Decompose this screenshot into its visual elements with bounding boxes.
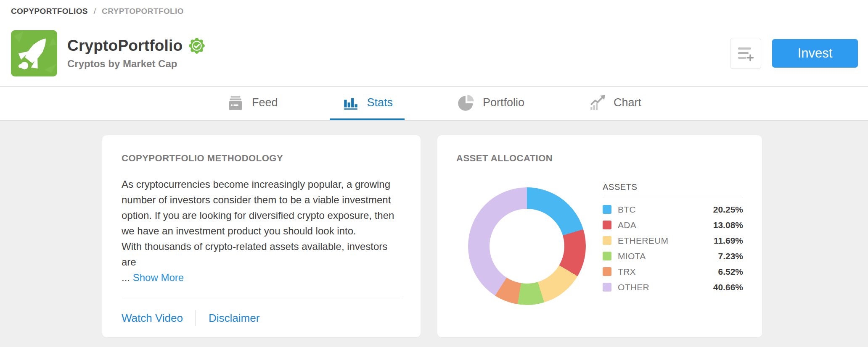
legend-row-ethereum: ETHEREUM 11.69% [603, 233, 743, 248]
btc-swatch [603, 205, 611, 214]
breadcrumb-current: CRYPTOPORTFOLIO [102, 7, 184, 16]
trx-value: 6.52% [718, 267, 743, 277]
tab-stats-label: Stats [367, 96, 393, 109]
stats-content: COPYPORTFOLIO METHODOLOGY As cryptocurre… [0, 121, 868, 347]
other-label: OTHER [618, 282, 713, 292]
btc-label: BTC [618, 205, 713, 215]
asset-allocation-card: ASSET ALLOCATION ASSETS BTC 20.25% [437, 135, 762, 337]
tab-chart[interactable]: Chart [577, 87, 653, 120]
page-title: CryptoPortfolio [67, 37, 183, 55]
breadcrumb-copyportfolios-link[interactable]: COPYPORTFOLIOS [11, 7, 88, 16]
legend-row-trx: TRX 6.52% [603, 264, 743, 279]
ethereum-label: ETHEREUM [618, 236, 714, 246]
allocation-body: ASSETS BTC 20.25% ADA 13.08% [456, 183, 743, 305]
chart-icon [588, 94, 606, 112]
add-to-list-icon [736, 44, 755, 63]
ada-label: ADA [618, 220, 713, 230]
tab-bar: Feed Stats Portfolio [0, 87, 868, 121]
rocket-icon: B [11, 30, 57, 76]
assets-legend: ASSETS BTC 20.25% ADA 13.08% [603, 182, 743, 305]
donut-hole [490, 209, 564, 284]
portfolio-logo: B [11, 30, 57, 76]
miota-label: MIOTA [618, 251, 718, 261]
invest-button[interactable]: Invest [772, 39, 858, 68]
trx-label: TRX [618, 267, 718, 277]
ada-swatch [603, 221, 611, 229]
portfolio-titles: CryptoPortfolio Cryptos by Market [67, 37, 205, 70]
methodology-card: COPYPORTFOLIO METHODOLOGY As cryptocurre… [102, 135, 421, 337]
methodology-heading: COPYPORTFOLIO METHODOLOGY [122, 153, 403, 164]
header: COPYPORTFOLIOS / CRYPTOPORTFOLIO B [0, 0, 868, 87]
miota-swatch [603, 252, 611, 260]
portfolio-header-row: B CryptoPortfolio [11, 30, 858, 76]
other-value: 40.66% [713, 282, 743, 292]
copyportfolio-page: COPYPORTFOLIOS / CRYPTOPORTFOLIO B [0, 0, 868, 347]
tab-chart-label: Chart [614, 96, 641, 109]
card-divider [122, 298, 403, 298]
methodology-paragraph-1: As cryptocurrencies become increasingly … [122, 176, 403, 239]
tab-feed-label: Feed [252, 96, 278, 109]
methodology-paragraph-2: With thousands of crypto-related assets … [122, 239, 403, 270]
trx-swatch [603, 267, 611, 276]
btc-value: 20.25% [713, 205, 743, 215]
page-subtitle: Cryptos by Market Cap [67, 58, 205, 70]
portfolio-icon [457, 94, 475, 112]
watch-video-link[interactable]: Watch Video [122, 312, 183, 325]
ethereum-value: 11.69% [714, 236, 743, 246]
stats-icon [341, 94, 359, 112]
ethereum-swatch [603, 236, 611, 245]
miota-value: 7.23% [718, 251, 743, 261]
tab-feed[interactable]: Feed [215, 87, 290, 120]
header-actions: Invest [730, 38, 858, 69]
methodology-text: As cryptocurrencies become increasingly … [122, 176, 403, 285]
asset-allocation-donut-chart [468, 187, 586, 305]
link-divider [196, 310, 196, 326]
legend-row-other: OTHER 40.66% [603, 279, 743, 295]
add-to-watchlist-button[interactable] [730, 38, 761, 69]
verified-badge-icon [188, 37, 205, 54]
disclaimer-link[interactable]: Disclaimer [209, 312, 259, 325]
ada-value: 13.08% [713, 220, 743, 230]
methodology-links: Watch Video Disclaimer [122, 310, 403, 326]
legend-row-ada: ADA 13.08% [603, 217, 743, 233]
tab-portfolio[interactable]: Portfolio [445, 87, 536, 120]
legend-header: ASSETS [603, 182, 743, 198]
show-more-link[interactable]: Show More [133, 272, 184, 283]
legend-row-miota: MIOTA 7.23% [603, 248, 743, 264]
breadcrumb-separator: / [94, 7, 96, 16]
allocation-heading: ASSET ALLOCATION [456, 153, 743, 164]
tab-stats[interactable]: Stats [330, 87, 405, 120]
ellipsis-text: ... [122, 272, 130, 283]
legend-rows: BTC 20.25% ADA 13.08% ETHEREUM 11.69% [603, 202, 743, 295]
other-swatch [603, 283, 611, 292]
feed-icon [227, 94, 244, 112]
legend-row-btc: BTC 20.25% [603, 202, 743, 217]
tab-portfolio-label: Portfolio [483, 96, 524, 109]
breadcrumb: COPYPORTFOLIOS / CRYPTOPORTFOLIO [0, 0, 868, 16]
